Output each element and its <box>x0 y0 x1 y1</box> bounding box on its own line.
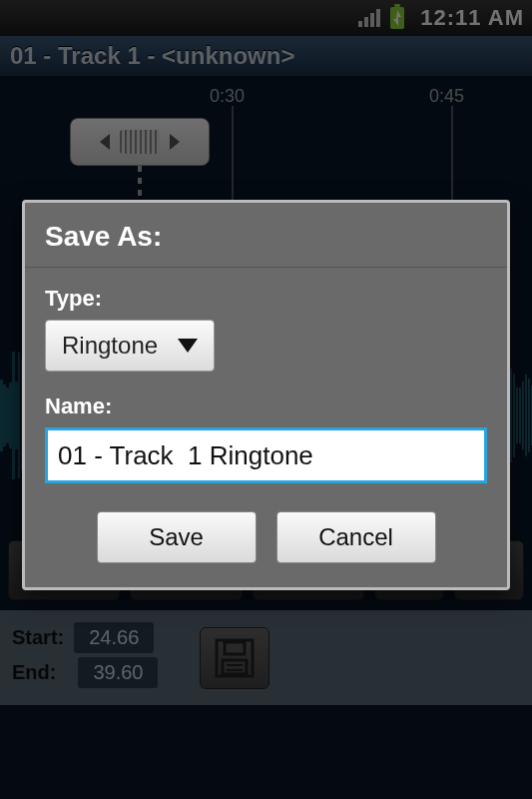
name-input[interactable] <box>45 427 487 483</box>
type-dropdown[interactable]: Ringtone <box>45 320 215 372</box>
dialog-title: Save As: <box>25 203 507 268</box>
cancel-dialog-button[interactable]: Cancel <box>276 511 436 563</box>
save-as-dialog: Save As: Type: Ringtone Name: Save Cance… <box>22 200 510 590</box>
type-label: Type: <box>45 286 487 312</box>
save-dialog-button[interactable]: Save <box>97 511 257 563</box>
name-label: Name: <box>45 394 487 419</box>
chevron-down-icon <box>178 339 198 353</box>
type-value: Ringtone <box>62 332 158 360</box>
